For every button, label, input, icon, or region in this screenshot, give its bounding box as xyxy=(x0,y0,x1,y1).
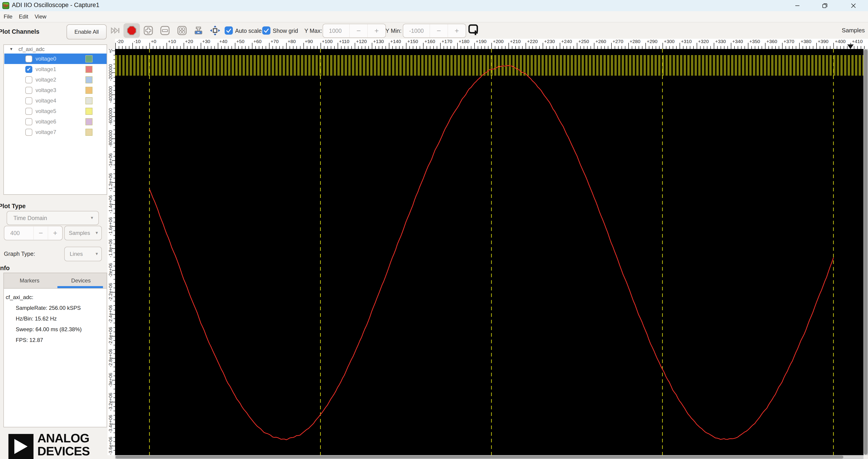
tab-markers[interactable]: Markers xyxy=(4,273,55,288)
x-axis-ruler[interactable]: -20-10+0+10+20+30+40+50+60+70+80+90+100+… xyxy=(115,39,868,49)
capture-toggle-button[interactable] xyxy=(123,23,140,38)
x-tick xyxy=(775,46,776,49)
sample-count-decrement-button[interactable]: − xyxy=(34,229,48,237)
x-tick xyxy=(772,46,772,49)
x-tick xyxy=(372,43,372,49)
y-max-value[interactable]: 1000 xyxy=(323,28,349,34)
auto-scale-checkbox[interactable] xyxy=(225,26,233,35)
channel-checkbox-voltage2[interactable] xyxy=(25,76,32,83)
channel-color-swatch[interactable] xyxy=(86,87,93,94)
zoom-out-button[interactable] xyxy=(158,24,172,37)
x-tick xyxy=(242,46,242,49)
enable-all-button[interactable]: Enable All xyxy=(66,24,106,39)
pan-button[interactable] xyxy=(209,24,222,37)
horizontal-scrollbar[interactable] xyxy=(115,455,863,459)
channel-row-voltage6[interactable]: voltage6 xyxy=(4,116,106,127)
x-tick xyxy=(481,46,482,49)
device-tree-row[interactable]: ▼ cf_axi_adc xyxy=(4,46,106,53)
minimize-button[interactable] xyxy=(785,0,810,11)
vertical-scrollbar-thumb[interactable] xyxy=(864,50,868,455)
channel-row-voltage0[interactable]: voltage0 xyxy=(4,54,106,64)
channel-row-voltage5[interactable]: voltage5 xyxy=(4,106,106,116)
ruler-position-marker[interactable] xyxy=(847,44,854,49)
tree-expander-icon[interactable]: ▼ xyxy=(9,47,19,52)
device-info-line: FPS: 12.87 xyxy=(6,335,106,345)
y-tick xyxy=(114,151,115,152)
y-tick xyxy=(114,420,115,420)
new-plot-button[interactable] xyxy=(467,23,480,36)
close-icon xyxy=(850,2,857,9)
channel-checkbox-voltage1[interactable] xyxy=(25,66,32,73)
y-axis-ruler[interactable]: +0-200000-400000-600000-800000-1e+06-1.2… xyxy=(107,49,115,455)
sample-count-value[interactable]: 400 xyxy=(4,230,33,237)
channel-color-swatch[interactable] xyxy=(86,108,93,115)
y-max-decrement-button[interactable]: − xyxy=(350,27,368,35)
sample-count-spinbox[interactable]: 400 − + xyxy=(4,226,63,240)
channel-row-voltage3[interactable]: voltage3 xyxy=(4,85,106,95)
auto-zoom-button[interactable] xyxy=(192,24,205,37)
x-tick xyxy=(427,46,427,49)
x-tick xyxy=(669,46,670,49)
sample-count-increment-button[interactable]: + xyxy=(48,229,62,237)
jump-to-newest-button[interactable] xyxy=(109,24,122,37)
channel-color-swatch[interactable] xyxy=(86,129,93,136)
restore-button[interactable] xyxy=(812,0,837,11)
titlebar: ADI IIO Oscilloscope - Capture1 xyxy=(0,0,868,11)
x-tick xyxy=(365,46,365,49)
menu-view[interactable]: View xyxy=(35,13,46,20)
channel-color-swatch[interactable] xyxy=(86,55,93,62)
graph-type-dropdown[interactable]: Lines ▼ xyxy=(64,247,102,261)
x-tick xyxy=(782,43,782,49)
y-tick xyxy=(114,231,115,231)
menu-edit[interactable]: Edit xyxy=(19,13,28,20)
channel-checkbox-voltage0[interactable] xyxy=(25,55,32,62)
x-tick xyxy=(577,43,577,49)
horizontal-scrollbar-thumb[interactable] xyxy=(116,456,843,459)
y-max-spinbox[interactable]: 1000 − + xyxy=(322,24,386,38)
x-tick xyxy=(597,46,598,49)
channel-color-swatch[interactable] xyxy=(86,76,93,83)
x-tick xyxy=(471,46,471,49)
x-tick xyxy=(375,46,376,49)
y-min-increment-button[interactable]: + xyxy=(448,27,466,35)
y-min-value[interactable]: -1000 xyxy=(403,28,430,34)
channel-row-voltage1[interactable]: voltage1 xyxy=(4,64,106,74)
y-tick xyxy=(114,174,115,174)
device-name: cf_axi_adc xyxy=(19,46,45,52)
channel-checkbox-voltage6[interactable] xyxy=(25,118,32,125)
channel-checkbox-voltage5[interactable] xyxy=(25,108,32,115)
y-tick xyxy=(114,332,115,332)
channel-color-swatch[interactable] xyxy=(86,66,93,73)
y-min-spinbox[interactable]: -1000 − + xyxy=(403,24,466,38)
x-tick xyxy=(304,43,304,49)
y-tick xyxy=(114,283,115,284)
channel-checkbox-voltage3[interactable] xyxy=(25,87,32,94)
waveform-plot[interactable] xyxy=(115,49,863,455)
show-grid-checkbox[interactable] xyxy=(262,26,271,35)
channel-color-swatch[interactable] xyxy=(86,97,93,104)
plot-type-dropdown[interactable]: Time Domain ▼ xyxy=(7,211,99,225)
channel-row-voltage7[interactable]: voltage7 xyxy=(4,127,106,137)
channel-row-voltage2[interactable]: voltage2 xyxy=(4,74,106,85)
menu-file[interactable]: File xyxy=(4,13,12,20)
y-tick xyxy=(114,187,115,187)
sample-unit-dropdown[interactable]: Samples ▼ xyxy=(64,226,102,240)
zoom-in-button[interactable] xyxy=(142,24,155,37)
zoom-fit-button[interactable] xyxy=(176,24,189,37)
x-tick-label: +30 xyxy=(202,39,210,44)
x-tick-label: +20 xyxy=(185,39,193,44)
y-min-decrement-button[interactable]: − xyxy=(430,27,448,35)
x-tick xyxy=(625,46,625,49)
x-tick xyxy=(495,46,495,49)
x-tick-label: +40 xyxy=(219,39,227,44)
y-tick xyxy=(114,441,115,442)
channel-checkbox-voltage7[interactable] xyxy=(25,129,32,136)
channel-checkbox-voltage4[interactable] xyxy=(25,97,32,104)
x-tick-label: +90 xyxy=(305,39,313,44)
vertical-scrollbar[interactable] xyxy=(863,49,868,455)
y-tick xyxy=(114,384,115,385)
close-button[interactable] xyxy=(841,0,866,11)
channel-color-swatch[interactable] xyxy=(86,118,93,125)
y-max-increment-button[interactable]: + xyxy=(368,27,385,35)
channel-row-voltage4[interactable]: voltage4 xyxy=(4,95,106,106)
